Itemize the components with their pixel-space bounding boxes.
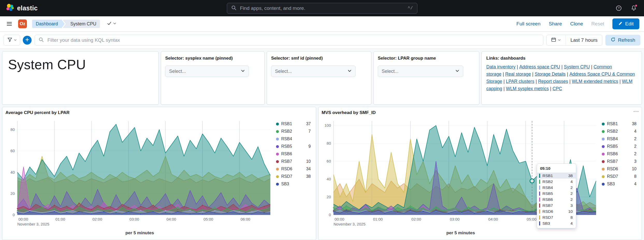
legend-item[interactable]: RSB138 xyxy=(602,122,639,126)
links-dashboard-panel: Links: dashboards Data inventory|Address… xyxy=(481,51,642,105)
legend-item[interactable]: RSB710 xyxy=(276,159,313,164)
filter-menu-button[interactable] xyxy=(4,35,20,46)
clone-button[interactable]: Clone xyxy=(570,21,583,27)
reset-button[interactable]: Reset xyxy=(591,21,604,27)
kql-search-bar[interactable] xyxy=(35,35,543,46)
full-screen-button[interactable]: Full screen xyxy=(516,21,540,27)
chevron-down-icon xyxy=(558,38,561,43)
svg-text:80: 80 xyxy=(327,141,331,145)
dashboard-link[interactable]: LPAR clusters xyxy=(506,79,534,84)
edit-button[interactable]: Edit xyxy=(612,18,639,29)
svg-text:06:00: 06:00 xyxy=(241,217,250,221)
legend-item[interactable]: RSD610 xyxy=(602,167,639,171)
legend-item[interactable]: RSB62 xyxy=(602,152,639,156)
breadcrumb-current-page: System CPU xyxy=(66,20,100,28)
panel-options-icon[interactable]: ⋯ xyxy=(633,109,639,114)
elastic-logo-icon xyxy=(6,3,14,13)
link-separator: | xyxy=(503,86,505,91)
add-control-button[interactable] xyxy=(23,36,32,45)
tooltip-row: RSD610 xyxy=(537,208,576,214)
legend-item[interactable]: RSD78 xyxy=(602,174,639,179)
legend-label: RSB6 xyxy=(607,152,618,156)
sysplex-select[interactable]: Select... xyxy=(165,66,249,77)
share-button[interactable]: Share xyxy=(549,21,562,27)
chevron-down-icon xyxy=(14,38,17,43)
legend-item[interactable]: RSB137 xyxy=(276,122,313,126)
svg-text:80: 80 xyxy=(10,127,15,132)
legend-label: RSB7 xyxy=(607,159,618,164)
space-avatar[interactable]: Oz xyxy=(18,19,27,28)
selector-panel-smf-id: Selector: smf id (pinned) Select... xyxy=(267,51,371,105)
check-icon xyxy=(107,21,112,27)
date-quick-select-button[interactable] xyxy=(547,35,566,45)
legend-item[interactable]: RSB59 xyxy=(276,144,313,149)
refresh-button[interactable]: Refresh xyxy=(605,35,640,46)
time-range-label[interactable]: Last 7 hours xyxy=(566,37,602,43)
tooltip-row: RSB138 xyxy=(537,173,576,179)
dashboard-link[interactable]: CPC xyxy=(553,86,562,91)
panel-title: Selector: smf id (pinned) xyxy=(271,56,367,61)
panel-title: Links: dashboards xyxy=(486,56,637,61)
legend-item[interactable]: SB3 xyxy=(276,182,313,186)
svg-text:November 3, 2025: November 3, 2025 xyxy=(334,222,365,226)
legend-value: 9 xyxy=(308,144,313,149)
search-icon xyxy=(39,37,44,43)
menu-icon[interactable] xyxy=(5,19,14,29)
svg-text:02:00: 02:00 xyxy=(92,217,102,221)
global-search-input[interactable] xyxy=(240,5,405,11)
breadcrumb: Dashboard System CPU xyxy=(32,20,100,28)
dashboard-link[interactable]: System CPU xyxy=(564,64,590,69)
legend-item[interactable]: RSB6 xyxy=(276,152,313,156)
legend-label: RSB1 xyxy=(281,122,292,126)
legend-item[interactable]: RSB4 xyxy=(276,137,313,141)
svg-text:November 3, 2025: November 3, 2025 xyxy=(17,222,49,226)
dashboard-link[interactable]: WLM extended metrics xyxy=(572,79,618,84)
tooltip-series-color xyxy=(539,215,540,220)
global-search[interactable]: ^/ xyxy=(227,3,417,14)
smf-id-select[interactable]: Select... xyxy=(271,66,356,77)
saved-state-indicator[interactable] xyxy=(107,21,117,27)
legend-item[interactable]: RSB24 xyxy=(602,129,639,134)
breadcrumb-dashboard[interactable]: Dashboard xyxy=(32,20,62,28)
svg-text:03:00: 03:00 xyxy=(129,217,139,221)
tooltip-row: RSB62 xyxy=(537,196,576,202)
plus-icon xyxy=(25,37,30,43)
global-header: elastic ^/ ? xyxy=(0,0,644,16)
chart-title: Average CPU percent by LPAR xyxy=(5,110,313,117)
legend-item[interactable]: RSD634 xyxy=(276,167,313,171)
legend-color-dot xyxy=(276,153,279,156)
kql-input[interactable] xyxy=(47,37,539,43)
legend-label: RSB1 xyxy=(607,122,618,126)
lpar-group-select[interactable]: Select... xyxy=(378,66,463,77)
legend-color-dot xyxy=(276,130,279,133)
svg-text:20: 20 xyxy=(10,191,15,196)
tooltip-row: RSB73 xyxy=(537,202,576,208)
legend-item[interactable]: RSB73 xyxy=(602,159,639,164)
legend-color-dot xyxy=(276,138,279,140)
dashboard-link[interactable]: WLM sysplex metrics xyxy=(506,86,549,91)
legend-item[interactable]: RSB27 xyxy=(276,129,313,134)
dashboard-link[interactable]: Report classes xyxy=(538,79,568,84)
legend-item[interactable]: SB34 xyxy=(602,182,639,186)
refresh-icon xyxy=(611,37,616,43)
elastic-brand[interactable]: elastic xyxy=(6,3,38,13)
svg-text:03:00: 03:00 xyxy=(450,217,460,221)
query-bar: Last 7 hours Refresh xyxy=(0,32,644,49)
tooltip-series-color xyxy=(539,192,540,196)
legend-color-dot xyxy=(602,183,605,186)
brand-wordmark: elastic xyxy=(17,4,38,12)
dashboard-link[interactable]: Address space CPU xyxy=(519,64,560,69)
notifications-icon[interactable] xyxy=(629,4,638,13)
avg-cpu-area-chart[interactable]: 02040608000:00November 3, 202501:0002:00… xyxy=(5,117,274,229)
legend-label: SB3 xyxy=(281,182,289,186)
dashboard-link[interactable]: Data inventory xyxy=(486,64,516,69)
legend-item[interactable]: RSB42 xyxy=(602,137,639,141)
link-separator: | xyxy=(517,64,518,69)
dashboard-link[interactable]: Storage Details xyxy=(535,72,566,77)
legend-value: 10 xyxy=(632,167,639,171)
legend-item[interactable]: RSB52 xyxy=(602,144,639,149)
dashboard-link[interactable]: Real storage xyxy=(505,72,531,77)
legend-item[interactable]: RSD738 xyxy=(276,174,313,179)
legend-value: 2 xyxy=(634,137,639,141)
help-icon[interactable]: ? xyxy=(614,4,623,13)
